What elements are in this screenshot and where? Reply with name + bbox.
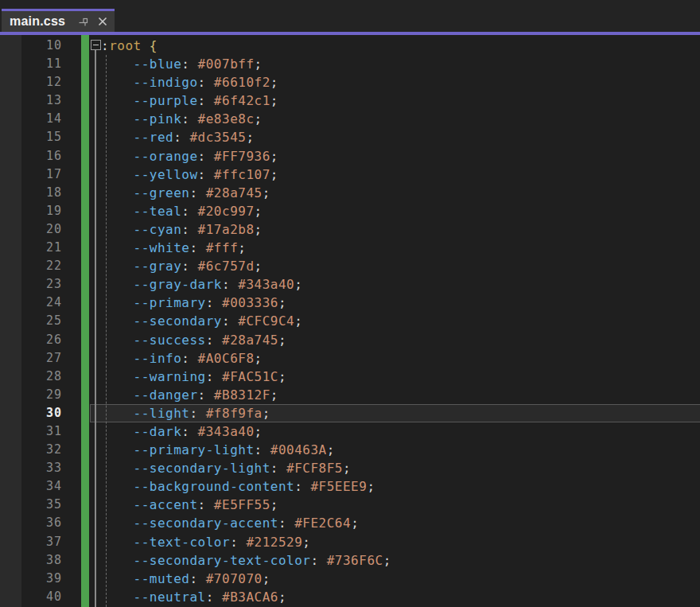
code-token: --blue xyxy=(134,56,182,72)
code-token: ; xyxy=(278,369,286,384)
code-token: : xyxy=(181,111,197,126)
code-token: : xyxy=(181,222,197,237)
code-token: : xyxy=(270,461,286,476)
code-line[interactable]: 24 --primary: #003336; xyxy=(0,294,700,312)
code-text: --secondary-accent: #FE2C64; xyxy=(101,514,359,532)
code-line[interactable]: 33 --secondary-light: #FCF8F5; xyxy=(0,459,700,477)
code-token: ; xyxy=(343,461,351,476)
code-token: : xyxy=(310,553,326,568)
code-token: #17a2b8 xyxy=(198,222,255,237)
code-token: { xyxy=(150,38,158,53)
code-token: ; xyxy=(255,424,262,439)
pin-icon[interactable] xyxy=(79,17,89,27)
code-token: #fff xyxy=(206,240,239,255)
code-token: #343a40 xyxy=(198,424,255,439)
code-line[interactable]: 26 --success: #28a745; xyxy=(0,331,700,349)
code-line[interactable]: 28 --warning: #FAC51C; xyxy=(0,368,700,386)
code-token: #6f42c1 xyxy=(214,93,270,108)
code-token xyxy=(101,149,134,164)
code-token: --success xyxy=(134,333,206,348)
code-text: --info: #A0C6F8; xyxy=(101,349,262,368)
code-line[interactable]: 16 --orange: #FF7936; xyxy=(0,147,700,165)
code-token: ; xyxy=(255,351,262,366)
code-token: --text-color xyxy=(134,535,231,550)
code-line[interactable]: 32 --primary-light: #00463A; xyxy=(0,441,700,459)
code-line[interactable]: 15 --red: #dc3545; xyxy=(0,128,700,146)
code-token: #FE2C64 xyxy=(294,516,351,531)
code-token: ; xyxy=(270,387,278,403)
code-line[interactable]: 19 --teal: #20c997; xyxy=(0,202,700,220)
code-editor[interactable]: 10:root {11 --blue: #007bff;12 --indigo:… xyxy=(0,35,700,607)
bookmark-margin[interactable] xyxy=(0,35,21,607)
code-token: : xyxy=(198,167,214,182)
code-line[interactable]: 38 --secondary-text-color: #736F6C; xyxy=(0,551,700,570)
code-line[interactable]: 27 --info: #A0C6F8; xyxy=(0,349,700,368)
code-token: --red xyxy=(134,130,174,145)
code-token: : xyxy=(189,571,205,586)
code-token: ; xyxy=(255,111,262,126)
code-token: : xyxy=(206,295,222,310)
code-text: --orange: #FF7936; xyxy=(101,147,278,165)
code-token: : xyxy=(181,204,197,219)
code-line[interactable]: 14 --pink: #e83e8c; xyxy=(0,110,700,128)
code-text: --success: #28a745; xyxy=(101,331,286,349)
code-token: --yellow xyxy=(134,167,198,182)
code-line[interactable]: 37 --text-color: #212529; xyxy=(0,533,700,551)
code-token xyxy=(101,333,134,348)
code-line[interactable]: 13 --purple: #6f42c1; xyxy=(0,91,700,110)
code-token xyxy=(101,75,134,90)
code-line[interactable]: 31 --dark: #343a40; xyxy=(0,422,700,441)
code-line[interactable]: 22 --gray: #6c757d; xyxy=(0,257,700,275)
code-token: --pink xyxy=(134,111,182,126)
code-line[interactable]: 21 --white: #fff; xyxy=(0,239,700,257)
code-token: --primary-light xyxy=(134,442,255,457)
code-line[interactable]: 11 --blue: #007bff; xyxy=(0,55,700,73)
code-line[interactable]: 10:root { xyxy=(0,37,700,55)
code-token: : xyxy=(230,535,246,550)
code-token xyxy=(101,313,134,329)
code-text: --background-content: #F5EEE9; xyxy=(101,477,375,496)
code-line[interactable]: 23 --gray-dark: #343a40; xyxy=(0,275,700,294)
code-text: --neutral: #B3ACA6; xyxy=(101,588,286,606)
code-text: --primary: #003336; xyxy=(101,294,286,312)
code-token: #dc3545 xyxy=(189,130,246,145)
code-token xyxy=(101,535,134,550)
code-token: --purple xyxy=(134,93,198,108)
code-line[interactable]: 29 --danger: #B8312F; xyxy=(0,386,700,404)
code-token xyxy=(101,571,134,586)
code-token: ; xyxy=(278,589,286,605)
code-token xyxy=(101,130,134,145)
code-line[interactable]: 12 --indigo: #6610f2; xyxy=(0,73,700,91)
code-token: : xyxy=(181,56,197,72)
code-line[interactable]: 18 --green: #28a745; xyxy=(0,184,700,202)
code-line[interactable]: 25 --secondary: #CFC9C4; xyxy=(0,312,700,330)
code-token: #343a40 xyxy=(238,277,294,292)
code-line[interactable]: 35 --accent: #E5FF55; xyxy=(0,496,700,514)
code-token: --secondary-text-color xyxy=(134,553,311,568)
code-token xyxy=(101,222,134,237)
code-token: : xyxy=(189,240,205,255)
code-token xyxy=(101,553,134,568)
code-token: --info xyxy=(134,351,182,366)
close-icon[interactable] xyxy=(97,16,108,27)
code-token xyxy=(101,351,134,366)
code-token: : xyxy=(198,497,214,512)
code-text: --green: #28a745; xyxy=(101,184,270,202)
code-token: --muted xyxy=(134,571,190,586)
code-token: #28a745 xyxy=(206,185,262,200)
code-line[interactable]: 17 --yellow: #ffc107; xyxy=(0,165,700,184)
fold-collapse-marker[interactable] xyxy=(91,40,101,50)
code-token: : xyxy=(181,351,197,366)
code-line[interactable]: 20 --cyan: #17a2b8; xyxy=(0,220,700,239)
code-line[interactable]: 36 --secondary-accent: #FE2C64; xyxy=(0,514,700,532)
code-token: root xyxy=(109,38,142,53)
code-line[interactable]: 34 --background-content: #F5EEE9; xyxy=(0,477,700,496)
tab-main-css[interactable]: main.css xyxy=(2,9,115,32)
code-line[interactable]: 39 --muted: #707070; xyxy=(0,570,700,588)
code-token: ; xyxy=(270,497,278,512)
code-token: : xyxy=(206,369,222,384)
code-text: --accent: #E5FF55; xyxy=(101,496,278,514)
code-line[interactable]: 40 --neutral: #B3ACA6; xyxy=(0,588,700,606)
code-token: --dark xyxy=(134,424,182,439)
code-line[interactable]: 30 --light: #f8f9fa; xyxy=(0,404,700,422)
